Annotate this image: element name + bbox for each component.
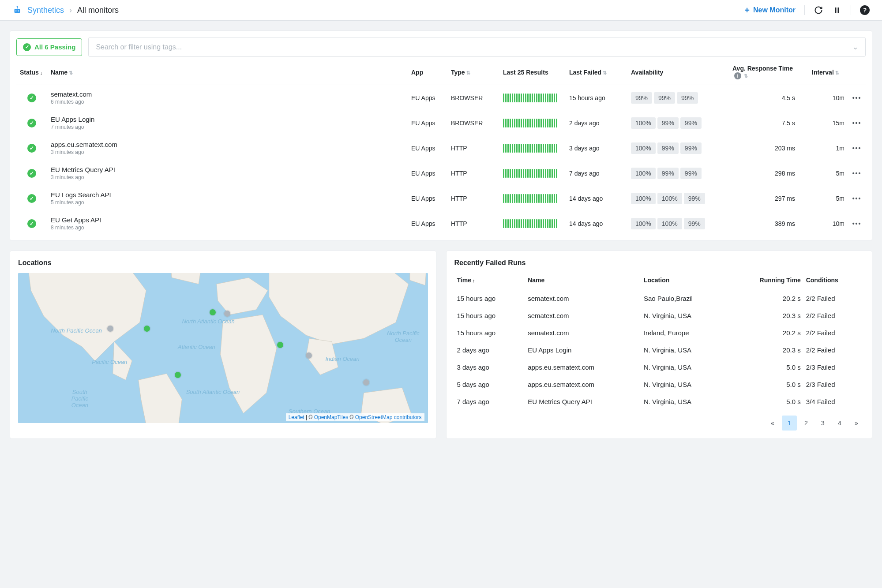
monitor-avg-response: 297 ms [729, 186, 808, 211]
table-row[interactable]: ✓sematext.com6 minutes agoEU AppsBROWSER… [16, 85, 866, 111]
location-dot[interactable] [277, 342, 283, 348]
page-button[interactable]: 4 [832, 416, 847, 431]
pause-button[interactable] [832, 5, 842, 15]
col-last-results[interactable]: Last 25 Results [499, 59, 566, 85]
failed-name[interactable]: EU Apps Login [525, 341, 641, 359]
failed-name[interactable]: EU Metrics Query API [525, 393, 641, 410]
failed-name[interactable]: sematext.com [525, 307, 641, 324]
failed-name[interactable]: apps.eu.sematext.com [525, 376, 641, 393]
col-status[interactable]: Status↓ [16, 59, 47, 85]
svg-point-4 [17, 6, 18, 7]
table-row[interactable]: ✓EU Get Apps API8 minutes agoEU AppsHTTP… [16, 211, 866, 236]
location-dot[interactable] [210, 309, 216, 315]
table-row[interactable]: ✓EU Apps Login7 minutes agoEU AppsBROWSE… [16, 110, 866, 135]
fcol-name[interactable]: Name [525, 273, 641, 290]
search-input[interactable] [96, 43, 852, 51]
passing-status-badge[interactable]: ✓ All 6 Passing [16, 38, 82, 56]
search-input-wrapper[interactable]: ⌄ [88, 37, 866, 57]
table-row[interactable]: 2 days agoEU Apps LoginN. Virginia, USA2… [454, 341, 864, 359]
fcol-running-time[interactable]: Running Time [728, 273, 803, 290]
plus-icon: + [744, 6, 750, 15]
availability-pill: 99% [657, 117, 679, 129]
world-map[interactable]: North Pacific Ocean North Atlantic Ocean… [18, 273, 428, 423]
table-row[interactable]: ✓EU Logs Search API5 minutes agoEU AppsH… [16, 186, 866, 211]
help-button[interactable]: ? [860, 5, 870, 15]
failed-name[interactable]: apps.eu.sematext.com [525, 359, 641, 376]
failed-time: 15 hours ago [454, 290, 525, 307]
result-bars [503, 169, 562, 178]
col-app[interactable]: App [408, 59, 447, 85]
failed-running-time: 5.0 s [728, 393, 803, 410]
failed-name[interactable]: sematext.com [525, 290, 641, 307]
page-button[interactable]: 1 [782, 416, 797, 431]
monitor-interval: 10m [808, 85, 848, 111]
info-icon[interactable]: i [734, 72, 741, 79]
leaflet-link[interactable]: Leaflet [289, 414, 304, 420]
monitor-name[interactable]: EU Get Apps API [51, 216, 404, 224]
monitor-name[interactable]: apps.eu.sematext.com [51, 141, 404, 148]
new-monitor-label: New Monitor [753, 6, 796, 14]
location-dot[interactable] [363, 379, 369, 386]
filter-row: ✓ All 6 Passing ⌄ [16, 37, 866, 57]
breadcrumb-root[interactable]: Synthetics [27, 6, 64, 15]
sort-icon: ⇅ [603, 70, 607, 75]
table-row[interactable]: 7 days agoEU Metrics Query APIN. Virgini… [454, 393, 864, 410]
monitor-interval: 5m [808, 161, 848, 186]
osm-link[interactable]: OpenStreetMap contributors [355, 414, 422, 420]
monitor-last-run: 3 minutes ago [51, 174, 404, 180]
monitor-name[interactable]: EU Apps Login [51, 116, 404, 123]
new-monitor-button[interactable]: + New Monitor [744, 6, 796, 15]
col-availability[interactable]: Availability [627, 59, 729, 85]
col-last-failed[interactable]: Last Failed⇅ [566, 59, 627, 85]
location-dot[interactable] [306, 352, 312, 359]
openmaptiles-link[interactable]: OpenMapTiles [314, 414, 349, 420]
row-menu-button[interactable]: ••• [852, 120, 862, 127]
col-type[interactable]: Type⇅ [447, 59, 499, 85]
breadcrumb-current: All monitors [77, 6, 119, 15]
table-row[interactable]: 15 hours agosematext.comSao Paulo,Brazil… [454, 290, 864, 307]
monitor-app: EU Apps [408, 135, 447, 161]
col-name[interactable]: Name⇅ [47, 59, 408, 85]
location-dot[interactable] [107, 326, 113, 332]
row-menu-button[interactable]: ••• [852, 94, 862, 101]
row-menu-button[interactable]: ••• [852, 170, 862, 177]
location-dot[interactable] [224, 311, 230, 317]
table-row[interactable]: 15 hours agosematext.comN. Virginia, USA… [454, 307, 864, 324]
monitor-last-run: 6 minutes ago [51, 99, 404, 105]
chevron-down-icon[interactable]: ⌄ [852, 43, 858, 51]
col-avg-response[interactable]: Avg. Response Timei ⇅ [729, 59, 808, 85]
table-row[interactable]: 15 hours agosematext.comIreland, Europe2… [454, 324, 864, 341]
top-actions: + New Monitor ? [744, 5, 870, 15]
availability-pill: 100% [631, 142, 656, 154]
table-row[interactable]: ✓EU Metrics Query API3 minutes agoEU App… [16, 161, 866, 186]
page-button[interactable]: 3 [815, 416, 830, 431]
monitors-panel: ✓ All 6 Passing ⌄ Status↓ Name⇅ App Type… [10, 30, 872, 241]
availability-pill: 100% [657, 218, 682, 229]
availability-pill: 99% [680, 117, 702, 129]
col-interval[interactable]: Interval⇅ [808, 59, 848, 85]
failed-conditions: 2/2 Failed [803, 324, 864, 341]
refresh-button[interactable] [814, 5, 823, 15]
table-row[interactable]: 3 days agoapps.eu.sematext.comN. Virgini… [454, 359, 864, 376]
page-button[interactable]: 2 [799, 416, 814, 431]
monitor-name[interactable]: EU Logs Search API [51, 191, 404, 198]
location-dot[interactable] [175, 372, 181, 378]
fcol-conditions[interactable]: Conditions [803, 273, 864, 290]
location-dot[interactable] [144, 326, 150, 332]
row-menu-button[interactable]: ••• [852, 145, 862, 152]
monitor-last-failed: 3 days ago [566, 135, 627, 161]
monitor-name[interactable]: sematext.com [51, 90, 404, 98]
page-button[interactable]: « [765, 416, 780, 431]
page-button[interactable]: » [849, 416, 864, 431]
fcol-time[interactable]: Time↑ [454, 273, 525, 290]
fcol-location[interactable]: Location [641, 273, 728, 290]
table-row[interactable]: ✓apps.eu.sematext.com3 minutes agoEU App… [16, 135, 866, 161]
row-menu-button[interactable]: ••• [852, 195, 862, 202]
monitor-type: BROWSER [447, 110, 499, 135]
failed-name[interactable]: sematext.com [525, 324, 641, 341]
locations-title: Locations [18, 259, 428, 267]
row-menu-button[interactable]: ••• [852, 220, 862, 227]
sort-icon: ⇅ [835, 70, 839, 75]
monitor-name[interactable]: EU Metrics Query API [51, 166, 404, 173]
table-row[interactable]: 5 days agoapps.eu.sematext.comN. Virgini… [454, 376, 864, 393]
